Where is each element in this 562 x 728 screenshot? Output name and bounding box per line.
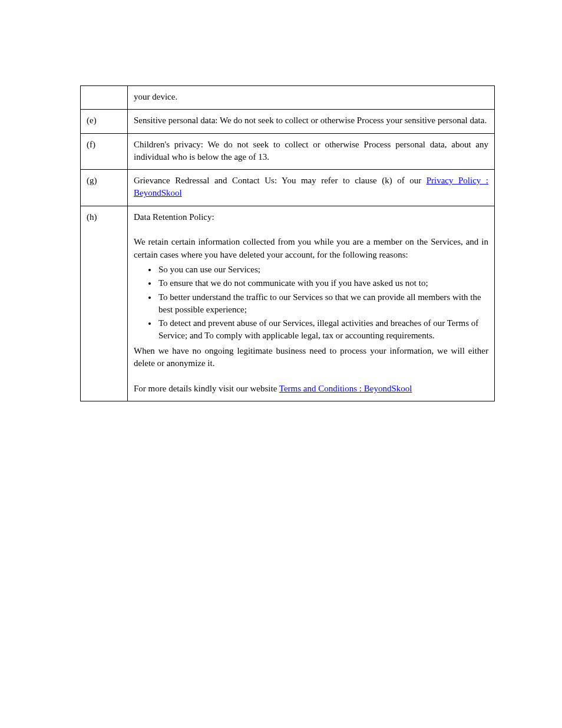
row-body: Data Retention Policy:We retain certain … (128, 206, 495, 401)
row-label (81, 86, 128, 110)
table-row: (h)Data Retention Policy:We retain certa… (81, 206, 495, 401)
row-body: your device. (128, 86, 495, 110)
list-item: To ensure that we do not communicate wit… (157, 277, 488, 289)
table-row: (g)Grievance Redressal and Contact Us: Y… (81, 170, 495, 206)
table-row: (e)Sensitive personal data: We do not se… (81, 110, 495, 133)
page: your device.(e)Sensitive personal data: … (0, 0, 562, 728)
row-label: (g) (81, 170, 128, 206)
table-row: your device. (81, 86, 495, 110)
row-body: Children's privacy: We do not seek to co… (128, 133, 495, 170)
list-item: To detect and prevent abuse of our Servi… (157, 317, 488, 342)
row-label: (f) (81, 133, 128, 170)
row-body: Sensitive personal data: We do not seek … (128, 110, 495, 133)
table-row: (f)Children's privacy: We do not seek to… (81, 133, 495, 170)
row-label: (e) (81, 110, 128, 133)
list-item: To better understand the traffic to our … (157, 291, 488, 317)
list-item: So you can use our Services; (157, 263, 488, 276)
row-body: Grievance Redressal and Contact Us: You … (128, 170, 495, 206)
content-table: your device.(e)Sensitive personal data: … (80, 85, 495, 401)
terms-link[interactable]: Terms and Conditions : BeyondSkool (279, 384, 412, 393)
privacy-policy-link[interactable]: Privacy Policy : BeyondSkool (134, 176, 488, 197)
row-label: (h) (81, 206, 128, 401)
